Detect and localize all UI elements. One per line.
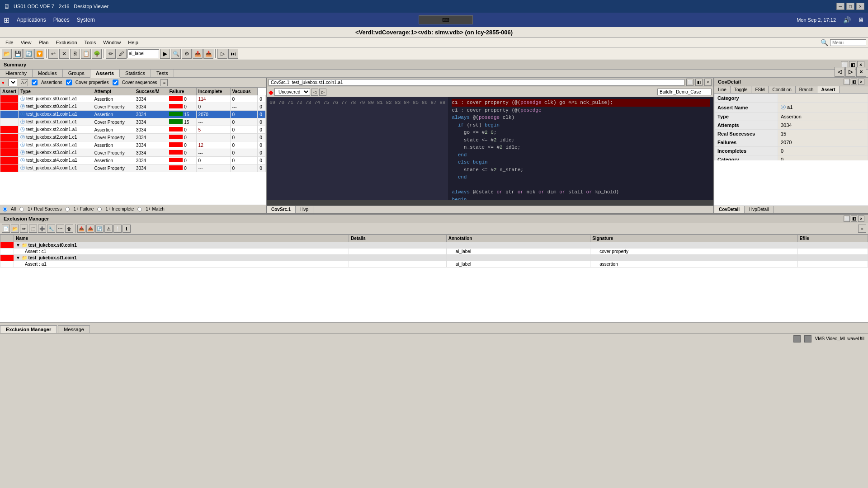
- filter-button[interactable]: 🔽: [34, 49, 44, 59]
- bot-tab-excl[interactable]: Exclusion Manager: [0, 325, 57, 333]
- copy-button[interactable]: ⎘: [70, 49, 80, 59]
- table-row[interactable]: Ⓟ test_jukebox.st0.coin1.c1Cover Propert…: [0, 103, 266, 111]
- radio-real-success[interactable]: [19, 207, 24, 211]
- filter-select[interactable]: [8, 79, 17, 86]
- tree-button[interactable]: 🌳: [92, 49, 102, 59]
- radio-match[interactable]: [137, 207, 142, 211]
- tab-modules[interactable]: Modules: [33, 70, 63, 77]
- detail-tab-toggle[interactable]: Toggle: [731, 86, 751, 93]
- close-button[interactable]: ×: [856, 3, 864, 10]
- zoom-button[interactable]: 🔍: [171, 49, 181, 59]
- detail-tab-condition[interactable]: Condition: [769, 86, 795, 93]
- next-uncov[interactable]: ▷: [319, 89, 326, 96]
- cover-seqs-check[interactable]: [113, 80, 118, 85]
- bot-tab-message[interactable]: Message: [58, 325, 90, 333]
- maximize-button[interactable]: □: [846, 3, 854, 10]
- table-row[interactable]: Ⓐ test_jukebox.st2.coin1.a1Assertion3034…: [0, 126, 266, 134]
- places-menu[interactable]: Places: [53, 17, 70, 23]
- excl-wave[interactable]: 〰: [56, 225, 64, 233]
- undo-button[interactable]: ↩: [48, 49, 58, 59]
- menu-exclusion[interactable]: Exclusion: [52, 39, 80, 46]
- detail-tab-assert[interactable]: Assert: [817, 86, 839, 93]
- detail-foot-tab-covdetail[interactable]: CovDetail: [714, 206, 745, 213]
- menu-view[interactable]: View: [17, 39, 35, 46]
- excl-pencil[interactable]: ✏: [20, 225, 28, 233]
- build-case-input[interactable]: [657, 89, 712, 95]
- excl-add[interactable]: ➕: [38, 225, 46, 233]
- detail-close[interactable]: ×: [858, 79, 864, 85]
- edit-button[interactable]: ✏: [106, 49, 116, 59]
- menu-tools[interactable]: Tools: [81, 39, 100, 46]
- excl-group-row[interactable]: ▼ 📁 test_jukebox.st0.coin1: [0, 242, 868, 249]
- code-scrollbar[interactable]: [267, 200, 713, 206]
- code-tab-covsrc[interactable]: CovSrc.1: [267, 206, 296, 213]
- detail-float[interactable]: ⬜: [844, 79, 850, 85]
- filter-assertions[interactable]: A✓: [21, 79, 28, 86]
- excl-edit2[interactable]: 🔧: [47, 225, 55, 233]
- tab-statistics[interactable]: Statistics: [120, 70, 151, 77]
- excl-group-row[interactable]: ▼ 📁 test_jukebox.st1.coin1: [0, 255, 868, 261]
- tab-asserts[interactable]: Asserts: [90, 70, 120, 78]
- excl-export[interactable]: 📤: [86, 225, 94, 233]
- radio-all[interactable]: [3, 207, 7, 211]
- prev-uncov[interactable]: ◁: [311, 89, 318, 96]
- step-button[interactable]: ⏭: [228, 49, 238, 59]
- menu-window[interactable]: Window: [99, 39, 124, 46]
- assertions-check[interactable]: [32, 80, 38, 85]
- excl-lasso[interactable]: ⬚: [29, 225, 37, 233]
- excl-delete[interactable]: 🗑: [65, 225, 73, 233]
- open-button[interactable]: 📂: [2, 49, 12, 59]
- detail-tab-branch[interactable]: Branch: [796, 86, 818, 93]
- tab-tests[interactable]: Tests: [151, 70, 174, 77]
- menu-help[interactable]: Help: [124, 39, 142, 46]
- play-button[interactable]: ▷: [217, 49, 227, 59]
- table-row[interactable]: Ⓐ test_jukebox.st1.coin1.a1Assertion3034…: [0, 111, 266, 118]
- coverage-filter-dropdown[interactable]: Uncovered: [274, 88, 310, 96]
- import-button[interactable]: 📥: [203, 49, 213, 59]
- excl-alert2[interactable]: ❕: [113, 225, 122, 233]
- table-row[interactable]: Ⓐ test_jukebox.st3.coin1.a1Assertion3034…: [0, 141, 266, 149]
- excl-refresh[interactable]: 🔄: [95, 225, 104, 233]
- apply-button[interactable]: ▶: [160, 49, 170, 59]
- excl-open[interactable]: 📂: [11, 225, 19, 233]
- excl-new[interactable]: 📄: [2, 225, 10, 233]
- excl-child-row[interactable]: Assert : a1ai_labelassertion: [0, 261, 868, 267]
- excl-group-name[interactable]: ▼ 📁 test_jukebox.st1.coin1: [14, 255, 349, 261]
- excl-import[interactable]: 📥: [77, 225, 85, 233]
- excl-info[interactable]: ℹ: [123, 225, 131, 233]
- excl-group-name[interactable]: ▼ 📁 test_jukebox.st0.coin1: [14, 242, 349, 249]
- detail-foot-tab-hvpdetail[interactable]: HvpDetail: [745, 206, 774, 213]
- table-row[interactable]: Ⓐ test_jukebox.st4.coin1.a1Assertion3034…: [0, 157, 266, 164]
- delete-button[interactable]: ✕: [59, 49, 69, 59]
- menu-plan[interactable]: Plan: [35, 39, 52, 46]
- detail-tab-line[interactable]: Line: [714, 86, 731, 93]
- code-float[interactable]: ⬜: [686, 79, 693, 86]
- tab-groups[interactable]: Groups: [63, 70, 90, 77]
- table-row[interactable]: Ⓟ test_jukebox.st4.coin1.c1Cover Propert…: [0, 164, 266, 172]
- detail-dock[interactable]: ◧: [851, 79, 857, 85]
- nav-forward[interactable]: ▷: [845, 67, 855, 77]
- table-row[interactable]: Ⓟ test_jukebox.st3.coin1.c1Cover Propert…: [0, 149, 266, 157]
- nav-back[interactable]: ◁: [835, 67, 844, 77]
- system-menu[interactable]: System: [77, 17, 95, 23]
- settings-button[interactable]: ⚙: [182, 49, 192, 59]
- code-path-input[interactable]: [269, 79, 684, 86]
- code-close[interactable]: ×: [704, 79, 712, 86]
- refresh-button[interactable]: 🔄: [24, 49, 33, 59]
- code-dock[interactable]: ◧: [695, 79, 703, 86]
- table-row[interactable]: Ⓐ test_jukebox.st0.coin1.a1Assertion3034…: [0, 95, 266, 103]
- apps-menu[interactable]: Applications: [17, 17, 46, 23]
- excl-dock[interactable]: ◧: [851, 216, 857, 222]
- save-button[interactable]: 💾: [13, 49, 23, 59]
- excl-close[interactable]: ×: [858, 216, 864, 222]
- table-row[interactable]: Ⓟ test_jukebox.st2.coin1.c1Cover Propert…: [0, 134, 266, 141]
- minimize-button[interactable]: ─: [836, 3, 844, 10]
- col-config[interactable]: ≡: [160, 79, 168, 86]
- label-input[interactable]: [127, 49, 159, 58]
- detail-tab-fsm[interactable]: FSM: [751, 86, 769, 93]
- excl-cols[interactable]: ≡: [858, 225, 866, 233]
- nav-close[interactable]: ×: [856, 67, 866, 77]
- radio-failure[interactable]: [65, 207, 70, 211]
- tab-hierarchy[interactable]: Hierarchy: [0, 70, 33, 77]
- radio-incomplete[interactable]: [97, 207, 102, 211]
